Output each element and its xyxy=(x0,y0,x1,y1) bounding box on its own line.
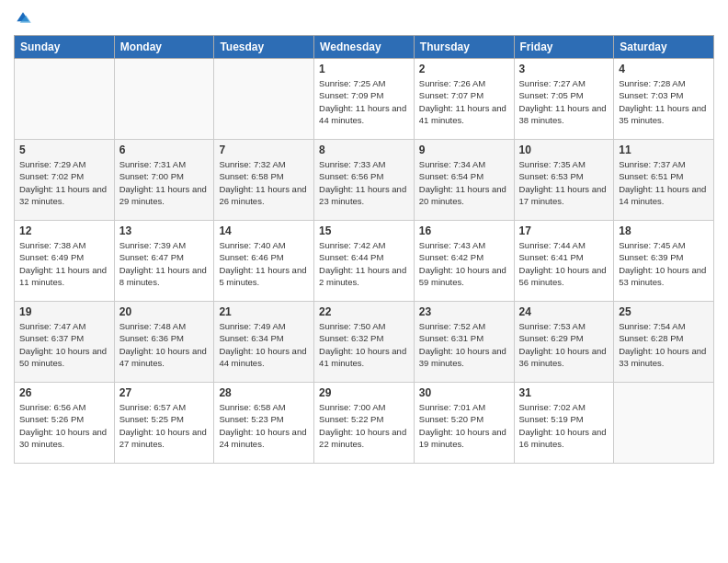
day-number: 24 xyxy=(519,305,609,318)
weekday-header: Saturday xyxy=(614,36,714,59)
day-info: Sunrise: 7:48 AMSunset: 6:36 PMDaylight:… xyxy=(119,320,210,369)
calendar-day-cell: 10Sunrise: 7:35 AMSunset: 6:53 PMDayligh… xyxy=(514,140,614,221)
calendar-day-cell xyxy=(15,59,115,140)
day-number: 2 xyxy=(419,63,509,75)
day-info: Sunrise: 7:00 AMSunset: 5:22 PMDaylight:… xyxy=(319,401,409,450)
day-number: 15 xyxy=(319,224,409,237)
day-info: Sunrise: 7:40 AMSunset: 6:46 PMDaylight:… xyxy=(219,239,309,288)
day-number: 10 xyxy=(519,144,609,156)
calendar-day-cell: 26Sunrise: 6:56 AMSunset: 5:26 PMDayligh… xyxy=(15,383,115,464)
calendar-day-cell: 16Sunrise: 7:43 AMSunset: 6:42 PMDayligh… xyxy=(414,221,514,302)
day-info: Sunrise: 7:26 AMSunset: 7:07 PMDaylight:… xyxy=(419,77,509,126)
logo-icon xyxy=(14,9,32,28)
day-info: Sunrise: 7:29 AMSunset: 7:02 PMDaylight:… xyxy=(19,158,109,207)
day-number: 19 xyxy=(19,305,109,318)
day-info: Sunrise: 7:53 AMSunset: 6:29 PMDaylight:… xyxy=(519,320,609,369)
calendar-header-row: SundayMondayTuesdayWednesdayThursdayFrid… xyxy=(15,36,714,59)
day-number: 9 xyxy=(419,144,509,156)
calendar-day-cell: 7Sunrise: 7:32 AMSunset: 6:58 PMDaylight… xyxy=(214,140,314,221)
calendar-day-cell: 11Sunrise: 7:37 AMSunset: 6:51 PMDayligh… xyxy=(614,140,714,221)
calendar-week-row: 1Sunrise: 7:25 AMSunset: 7:09 PMDaylight… xyxy=(15,59,714,140)
day-info: Sunrise: 6:57 AMSunset: 5:25 PMDaylight:… xyxy=(119,401,210,450)
day-info: Sunrise: 6:56 AMSunset: 5:26 PMDaylight:… xyxy=(19,401,109,450)
day-info: Sunrise: 7:49 AMSunset: 6:34 PMDaylight:… xyxy=(219,320,309,369)
logo xyxy=(14,9,36,28)
day-number: 30 xyxy=(419,386,509,399)
weekday-header: Monday xyxy=(114,36,214,59)
day-number: 25 xyxy=(619,305,709,318)
day-number: 7 xyxy=(219,144,309,156)
calendar-day-cell: 6Sunrise: 7:31 AMSunset: 7:00 PMDaylight… xyxy=(114,140,214,221)
calendar-day-cell: 23Sunrise: 7:52 AMSunset: 6:31 PMDayligh… xyxy=(414,302,514,383)
day-number: 5 xyxy=(19,144,109,156)
day-info: Sunrise: 7:28 AMSunset: 7:03 PMDaylight:… xyxy=(619,77,709,126)
header xyxy=(14,9,714,28)
day-number: 13 xyxy=(119,224,210,237)
day-info: Sunrise: 7:25 AMSunset: 7:09 PMDaylight:… xyxy=(319,77,409,126)
calendar-day-cell: 25Sunrise: 7:54 AMSunset: 6:28 PMDayligh… xyxy=(614,302,714,383)
day-info: Sunrise: 7:43 AMSunset: 6:42 PMDaylight:… xyxy=(419,239,509,288)
day-number: 26 xyxy=(19,386,109,399)
calendar-day-cell: 17Sunrise: 7:44 AMSunset: 6:41 PMDayligh… xyxy=(514,221,614,302)
calendar-day-cell: 20Sunrise: 7:48 AMSunset: 6:36 PMDayligh… xyxy=(114,302,214,383)
calendar-day-cell: 2Sunrise: 7:26 AMSunset: 7:07 PMDaylight… xyxy=(414,59,514,140)
weekday-header: Thursday xyxy=(414,36,514,59)
weekday-header: Tuesday xyxy=(214,36,314,59)
day-number: 18 xyxy=(619,224,709,237)
day-number: 11 xyxy=(619,144,709,156)
calendar-day-cell: 5Sunrise: 7:29 AMSunset: 7:02 PMDaylight… xyxy=(15,140,115,221)
weekday-header: Friday xyxy=(514,36,614,59)
day-number: 20 xyxy=(119,305,210,318)
day-number: 28 xyxy=(219,386,309,399)
calendar-day-cell: 24Sunrise: 7:53 AMSunset: 6:29 PMDayligh… xyxy=(514,302,614,383)
day-number: 16 xyxy=(419,224,509,237)
day-number: 27 xyxy=(119,386,210,399)
calendar-week-row: 12Sunrise: 7:38 AMSunset: 6:49 PMDayligh… xyxy=(15,221,714,302)
calendar-day-cell: 21Sunrise: 7:49 AMSunset: 6:34 PMDayligh… xyxy=(214,302,314,383)
day-number: 22 xyxy=(319,305,409,318)
calendar-day-cell: 9Sunrise: 7:34 AMSunset: 6:54 PMDaylight… xyxy=(414,140,514,221)
day-info: Sunrise: 7:37 AMSunset: 6:51 PMDaylight:… xyxy=(619,158,709,207)
calendar-day-cell: 14Sunrise: 7:40 AMSunset: 6:46 PMDayligh… xyxy=(214,221,314,302)
page: SundayMondayTuesdayWednesdayThursdayFrid… xyxy=(0,0,728,563)
calendar-day-cell xyxy=(114,59,214,140)
day-info: Sunrise: 7:31 AMSunset: 7:00 PMDaylight:… xyxy=(119,158,210,207)
day-info: Sunrise: 7:38 AMSunset: 6:49 PMDaylight:… xyxy=(19,239,109,288)
calendar-day-cell: 18Sunrise: 7:45 AMSunset: 6:39 PMDayligh… xyxy=(614,221,714,302)
calendar-day-cell: 3Sunrise: 7:27 AMSunset: 7:05 PMDaylight… xyxy=(514,59,614,140)
day-info: Sunrise: 7:44 AMSunset: 6:41 PMDaylight:… xyxy=(519,239,609,288)
day-info: Sunrise: 7:42 AMSunset: 6:44 PMDaylight:… xyxy=(319,239,409,288)
calendar-day-cell: 28Sunrise: 6:58 AMSunset: 5:23 PMDayligh… xyxy=(214,383,314,464)
day-info: Sunrise: 7:54 AMSunset: 6:28 PMDaylight:… xyxy=(619,320,709,369)
calendar-day-cell: 29Sunrise: 7:00 AMSunset: 5:22 PMDayligh… xyxy=(314,383,415,464)
calendar-day-cell: 4Sunrise: 7:28 AMSunset: 7:03 PMDaylight… xyxy=(614,59,714,140)
calendar: SundayMondayTuesdayWednesdayThursdayFrid… xyxy=(14,35,714,464)
day-info: Sunrise: 7:32 AMSunset: 6:58 PMDaylight:… xyxy=(219,158,309,207)
day-info: Sunrise: 7:52 AMSunset: 6:31 PMDaylight:… xyxy=(419,320,509,369)
day-number: 14 xyxy=(219,224,309,237)
weekday-header: Wednesday xyxy=(314,36,415,59)
calendar-week-row: 26Sunrise: 6:56 AMSunset: 5:26 PMDayligh… xyxy=(15,383,714,464)
day-info: Sunrise: 7:33 AMSunset: 6:56 PMDaylight:… xyxy=(319,158,409,207)
calendar-week-row: 19Sunrise: 7:47 AMSunset: 6:37 PMDayligh… xyxy=(15,302,714,383)
day-number: 31 xyxy=(519,386,609,399)
day-info: Sunrise: 7:34 AMSunset: 6:54 PMDaylight:… xyxy=(419,158,509,207)
day-number: 6 xyxy=(119,144,210,156)
weekday-header: Sunday xyxy=(15,36,115,59)
day-number: 3 xyxy=(519,63,609,75)
calendar-day-cell: 8Sunrise: 7:33 AMSunset: 6:56 PMDaylight… xyxy=(314,140,415,221)
calendar-day-cell: 22Sunrise: 7:50 AMSunset: 6:32 PMDayligh… xyxy=(314,302,415,383)
day-info: Sunrise: 6:58 AMSunset: 5:23 PMDaylight:… xyxy=(219,401,309,450)
day-number: 4 xyxy=(619,63,709,75)
day-info: Sunrise: 7:02 AMSunset: 5:19 PMDaylight:… xyxy=(519,401,609,450)
day-info: Sunrise: 7:45 AMSunset: 6:39 PMDaylight:… xyxy=(619,239,709,288)
day-info: Sunrise: 7:39 AMSunset: 6:47 PMDaylight:… xyxy=(119,239,210,288)
calendar-day-cell: 12Sunrise: 7:38 AMSunset: 6:49 PMDayligh… xyxy=(15,221,115,302)
day-info: Sunrise: 7:50 AMSunset: 6:32 PMDaylight:… xyxy=(319,320,409,369)
day-info: Sunrise: 7:01 AMSunset: 5:20 PMDaylight:… xyxy=(419,401,509,450)
day-info: Sunrise: 7:27 AMSunset: 7:05 PMDaylight:… xyxy=(519,77,609,126)
day-number: 8 xyxy=(319,144,409,156)
calendar-day-cell: 30Sunrise: 7:01 AMSunset: 5:20 PMDayligh… xyxy=(414,383,514,464)
calendar-week-row: 5Sunrise: 7:29 AMSunset: 7:02 PMDaylight… xyxy=(15,140,714,221)
calendar-day-cell: 13Sunrise: 7:39 AMSunset: 6:47 PMDayligh… xyxy=(114,221,214,302)
